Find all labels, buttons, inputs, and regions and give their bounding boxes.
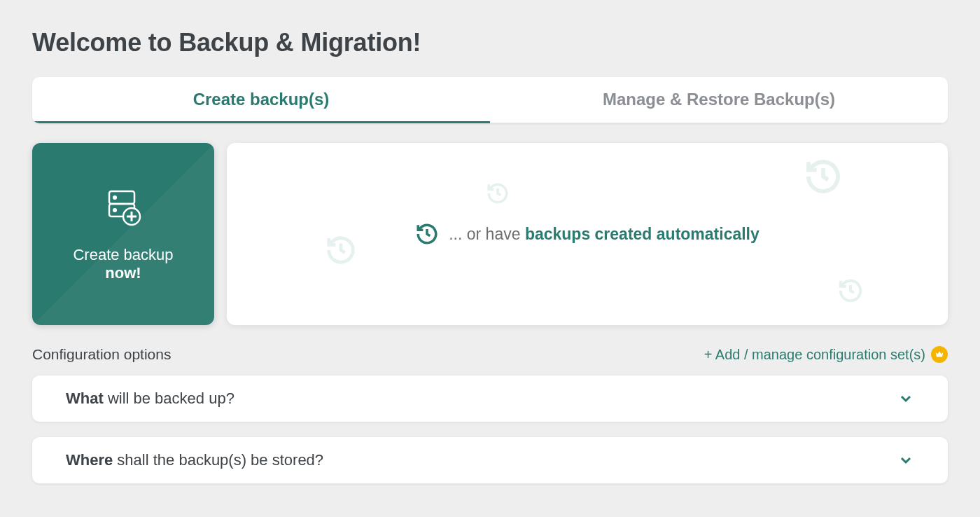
auto-backup-text: ... or have backups created automaticall…: [449, 225, 760, 244]
server-plus-icon: [101, 186, 146, 233]
add-config-link-text: + Add / manage configuration set(s): [704, 347, 925, 363]
create-backup-now-button[interactable]: Create backup now!: [32, 143, 214, 325]
action-row: Create backup now! ... or have backups c…: [32, 143, 948, 325]
create-backup-line1: Create backup: [73, 246, 173, 264]
svg-point-3: [113, 209, 116, 212]
clock-history-icon: [486, 181, 510, 205]
page-title: Welcome to Backup & Migration!: [32, 28, 948, 57]
create-backup-line2: now!: [105, 264, 141, 282]
chevron-down-icon: [897, 390, 914, 407]
accordion-what[interactable]: What will be backed up?: [32, 375, 948, 422]
clock-history-icon: [415, 222, 439, 246]
tab-create-backups[interactable]: Create backup(s): [32, 77, 490, 123]
clock-history-icon: [325, 234, 357, 266]
tab-bar: Create backup(s) Manage & Restore Backup…: [32, 77, 948, 123]
auto-backup-card[interactable]: ... or have backups created automaticall…: [227, 143, 948, 325]
crown-icon: [931, 346, 948, 363]
clock-history-icon: [837, 277, 864, 304]
accordion-where[interactable]: Where shall the backup(s) be stored?: [32, 437, 948, 483]
svg-point-2: [113, 196, 116, 199]
add-config-set-link[interactable]: + Add / manage configuration set(s): [704, 346, 948, 363]
config-options-label: Configuration options: [32, 346, 171, 363]
config-row: Configuration options + Add / manage con…: [32, 346, 948, 363]
accordion-where-title: Where shall the backup(s) be stored?: [66, 451, 323, 469]
chevron-down-icon: [897, 452, 914, 469]
tab-manage-restore[interactable]: Manage & Restore Backup(s): [490, 77, 948, 123]
clock-history-icon: [804, 157, 843, 196]
accordion-what-title: What will be backed up?: [66, 390, 234, 408]
